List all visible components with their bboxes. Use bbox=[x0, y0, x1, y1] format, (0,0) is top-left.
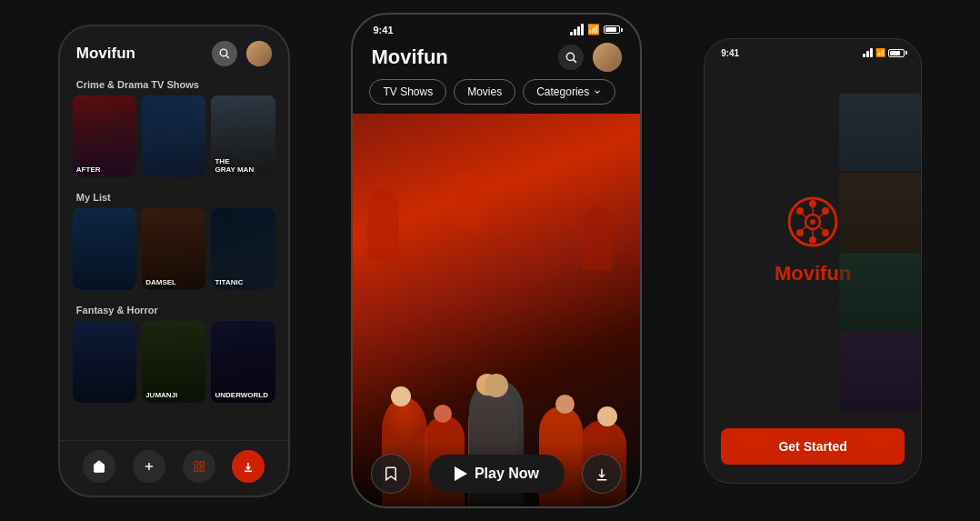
center-status-icons: 📶 bbox=[570, 24, 620, 35]
right-status-time: 9:41 bbox=[721, 48, 739, 58]
right-logo-container bbox=[784, 193, 842, 251]
poster-title-damsel: DAMSEL bbox=[145, 278, 176, 286]
movie-card-after[interactable]: AFTER bbox=[73, 95, 136, 177]
center-header: Movifun bbox=[353, 41, 640, 79]
svg-point-19 bbox=[809, 236, 816, 244]
get-started-button[interactable]: Get Started bbox=[721, 428, 905, 465]
center-phone: 9:41 📶 Movifun bbox=[351, 13, 642, 508]
svg-line-28 bbox=[802, 214, 806, 217]
movie-card-damsel[interactable]: DAMSEL bbox=[142, 208, 205, 290]
play-now-label: Play Now bbox=[475, 466, 539, 482]
film-reel-icon bbox=[785, 195, 840, 249]
right-phone: 9:41 📶 bbox=[704, 38, 922, 484]
svg-point-22 bbox=[810, 219, 815, 225]
crime-drama-row: AFTER THEGRAY MAN bbox=[60, 95, 288, 177]
fantasy-horror-row: JUMANJI UNDERWORLD bbox=[60, 321, 288, 403]
nav-download-button[interactable] bbox=[232, 450, 265, 483]
poster-title-titanic: TITANIC bbox=[215, 278, 243, 286]
svg-rect-6 bbox=[194, 467, 197, 471]
hero-bottom-controls: Play Now bbox=[353, 443, 640, 506]
wifi-icon: 📶 bbox=[587, 24, 600, 35]
get-started-area: Get Started bbox=[705, 416, 921, 483]
svg-point-0 bbox=[220, 49, 227, 56]
svg-point-16 bbox=[809, 200, 816, 207]
left-bottom-nav bbox=[60, 440, 288, 496]
svg-line-24 bbox=[819, 214, 824, 217]
nav-add-button[interactable] bbox=[133, 450, 165, 483]
movie-card-jungle[interactable] bbox=[73, 208, 136, 290]
svg-line-27 bbox=[802, 226, 806, 230]
center-app-title: Movifun bbox=[371, 45, 447, 69]
poster-title-after: AFTER bbox=[76, 165, 101, 174]
mylist-row: DAMSEL TITANIC bbox=[60, 208, 288, 290]
right-status-icons: 📶 bbox=[863, 48, 905, 57]
poster-title-jumanji: JUMANJI bbox=[145, 391, 177, 399]
section-fantasy-horror-label: Fantasy & Horror bbox=[60, 301, 288, 321]
movie-card-titanic[interactable]: TITANIC bbox=[211, 208, 275, 290]
center-status-time: 9:41 bbox=[373, 25, 393, 35]
svg-point-10 bbox=[567, 53, 575, 60]
left-phone-header: Movifun bbox=[60, 26, 288, 75]
movie-card-underworld[interactable]: UNDERWORLD bbox=[211, 321, 275, 403]
center-avatar[interactable] bbox=[593, 43, 622, 72]
hero-image: Play Now bbox=[353, 114, 640, 506]
poster-title-grayman: THEGRAY MAN bbox=[215, 157, 254, 174]
play-now-button[interactable]: Play Now bbox=[429, 455, 565, 493]
left-header-icons bbox=[212, 41, 272, 66]
section-mylist-label: My List bbox=[60, 188, 288, 208]
right-wifi-icon: 📶 bbox=[875, 48, 885, 57]
filter-tabs: TV Shows Movies Categories bbox=[353, 79, 640, 114]
tab-tv-shows[interactable]: TV Shows bbox=[369, 79, 446, 105]
movie-card-grayman[interactable]: THEGRAY MAN bbox=[211, 95, 275, 177]
movie-card-beauty[interactable] bbox=[73, 321, 136, 403]
left-phone: Movifun Crime & Drama TV Shows AFTER bbox=[58, 25, 290, 497]
right-status-bar: 9:41 📶 bbox=[705, 39, 921, 64]
signal-icon bbox=[570, 24, 584, 35]
poster-title-underworld: UNDERWORLD bbox=[215, 391, 268, 399]
svg-line-25 bbox=[819, 226, 824, 230]
section-crime-drama-label: Crime & Drama TV Shows bbox=[60, 75, 288, 95]
tab-movies[interactable]: Movies bbox=[454, 79, 515, 105]
svg-line-11 bbox=[574, 60, 576, 63]
nav-home-button[interactable] bbox=[83, 450, 115, 483]
svg-rect-4 bbox=[194, 461, 197, 465]
center-status-bar: 9:41 📶 bbox=[353, 15, 640, 41]
main-scene: Movifun Crime & Drama TV Shows AFTER bbox=[0, 0, 980, 521]
right-bg-images bbox=[839, 94, 921, 410]
svg-rect-5 bbox=[200, 461, 204, 465]
right-battery-icon bbox=[888, 49, 905, 57]
nav-grid-button[interactable] bbox=[183, 450, 215, 483]
center-header-icons bbox=[558, 43, 622, 72]
svg-rect-7 bbox=[200, 467, 204, 471]
download-button[interactable] bbox=[582, 454, 622, 494]
search-icon[interactable] bbox=[212, 41, 237, 66]
play-icon bbox=[455, 466, 467, 481]
center-search-icon[interactable] bbox=[558, 45, 584, 70]
tab-categories[interactable]: Categories bbox=[523, 79, 615, 105]
bookmark-button[interactable] bbox=[371, 454, 411, 494]
movie-card-jumanji[interactable]: JUMANJI bbox=[142, 321, 205, 403]
avatar[interactable] bbox=[246, 41, 272, 66]
svg-line-1 bbox=[226, 55, 229, 58]
movie-card-2[interactable] bbox=[142, 95, 205, 177]
left-app-title: Movifun bbox=[76, 45, 135, 63]
right-signal-icon bbox=[863, 48, 873, 57]
battery-icon bbox=[604, 25, 620, 34]
